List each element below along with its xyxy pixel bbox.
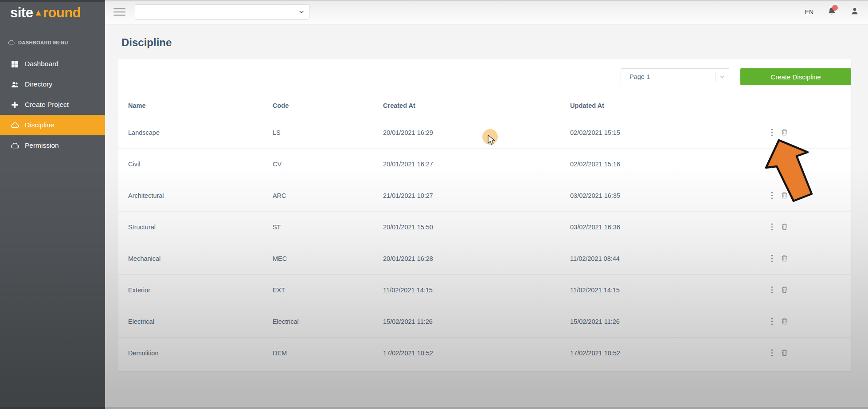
cell-actions: [761, 337, 851, 369]
column-header-code: Code: [273, 94, 383, 117]
cell-created-at: 20/01/2021 16:27: [383, 148, 570, 180]
sidebar-item-create-project[interactable]: Create Project: [0, 94, 105, 115]
cell-code: ST: [273, 211, 383, 243]
cell-name: Electrical: [118, 306, 273, 337]
table-header: Name Code Created At Updated At: [118, 94, 851, 117]
app-window: site▲round DASHBOARD MENU Dashboard Dire…: [0, 0, 868, 409]
table-row-mechanical: Mechanical MEC 20/01/2021 16:28 11/02/20…: [118, 243, 851, 274]
cell-actions: [761, 148, 851, 180]
cell-created-at: 15/02/2021 11:26: [383, 306, 570, 337]
cell-code: DEM: [273, 337, 383, 369]
cell-name: Mechanical: [118, 243, 273, 274]
row-delete-trash-icon[interactable]: [780, 191, 789, 200]
sidebar-item-icon: [11, 142, 19, 150]
sidebar-item-label: Permission: [25, 142, 59, 149]
content-area: Discipline: [105, 24, 868, 49]
cell-updated-at: 11/02/2021 14:15: [570, 274, 761, 306]
cell-updated-at: 03/02/2021 16:36: [570, 211, 761, 243]
cell-code: MEC: [273, 243, 383, 274]
cell-actions: [761, 180, 851, 211]
row-options-kebab-icon[interactable]: [771, 317, 773, 326]
table-toolbar: Page 1 Create Discipline: [118, 59, 851, 94]
cell-created-at: 11/02/2021 14:15: [383, 274, 570, 306]
user-icon: [850, 7, 859, 16]
cell-name: Structural: [118, 211, 273, 243]
project-select[interactable]: [135, 4, 309, 20]
row-delete-trash-icon[interactable]: [780, 160, 789, 168]
cell-updated-at: 02/02/2021 15:16: [570, 148, 761, 180]
row-delete-trash-icon[interactable]: [780, 286, 789, 294]
create-discipline-button[interactable]: Create Discipline: [740, 68, 851, 85]
row-options-kebab-icon[interactable]: [771, 223, 773, 231]
user-profile-button[interactable]: [850, 7, 859, 17]
sidebar-nav: Dashboard Directory Create Project Disci…: [0, 54, 105, 156]
sidebar-item-label: Create Project: [25, 101, 69, 109]
chevron-down-icon: [298, 9, 305, 15]
notifications-button[interactable]: [827, 7, 837, 18]
row-options-kebab-icon[interactable]: [771, 254, 773, 263]
discipline-table: Name Code Created At Updated At Landscap…: [118, 94, 851, 369]
cell-name: Architectural: [118, 180, 273, 211]
discipline-table-card: Page 1 Create Discipline Name Code Creat…: [118, 59, 851, 371]
row-options-kebab-icon[interactable]: [771, 191, 773, 200]
logo-arrow-icon: ▲: [34, 8, 42, 18]
sidebar-item-icon: [11, 60, 19, 68]
sidebar-item-icon: [11, 101, 19, 109]
sidebar-item-label: Discipline: [25, 121, 54, 129]
sidebar-item-permission[interactable]: Permission: [0, 135, 105, 156]
language-selector[interactable]: EN: [805, 8, 813, 16]
sidebar-item-label: Dashboard: [25, 60, 59, 68]
row-delete-trash-icon[interactable]: [780, 349, 789, 357]
table-row-demolition: Demolition DEM 17/02/2021 10:52 17/02/20…: [118, 337, 851, 369]
column-header-actions: [761, 94, 851, 117]
cell-updated-at: 11/02/2021 08:44: [570, 243, 761, 274]
row-options-kebab-icon[interactable]: [771, 128, 773, 137]
hamburger-menu-icon[interactable]: [113, 8, 125, 16]
row-delete-trash-icon[interactable]: [780, 128, 789, 137]
cell-actions: [761, 117, 851, 148]
cell-created-at: 17/02/2021 10:52: [383, 337, 570, 369]
cell-updated-at: 17/02/2021 10:52: [570, 337, 761, 369]
row-delete-trash-icon[interactable]: [780, 223, 789, 231]
dashboard-menu-section-label: DASHBOARD MENU: [0, 26, 105, 47]
cell-actions: [761, 243, 851, 274]
cell-updated-at: 03/02/2021 16:35: [570, 180, 761, 211]
row-options-kebab-icon[interactable]: [771, 349, 773, 357]
cell-code: Electrical: [273, 306, 383, 337]
column-header-name: Name: [118, 94, 273, 117]
cell-actions: [761, 306, 851, 337]
cell-updated-at: 02/02/2021 15:15: [570, 117, 761, 148]
sidebar-item-icon: [11, 80, 19, 89]
cell-created-at: 20/01/2021 15:50: [383, 211, 570, 243]
logo-text-round: round: [43, 5, 81, 21]
page-selector-dropdown[interactable]: Page 1: [621, 68, 729, 85]
table-row-landscape: Landscape LS 20/01/2021 16:29 02/02/2021…: [118, 117, 851, 148]
row-options-kebab-icon[interactable]: [771, 160, 773, 168]
table-row-architectural: Architectural ARC 21/01/2021 10:27 03/02…: [118, 180, 851, 211]
table-row-electrical: Electrical Electrical 15/02/2021 11:26 1…: [118, 306, 851, 337]
sidebar-item-dashboard[interactable]: Dashboard: [0, 54, 105, 74]
page-selector-value: Page 1: [629, 73, 650, 80]
row-options-kebab-icon[interactable]: [771, 286, 773, 294]
sidebar-item-discipline[interactable]: Discipline: [0, 115, 105, 135]
row-delete-trash-icon[interactable]: [780, 317, 789, 326]
cell-actions: [761, 274, 851, 306]
cell-code: ARC: [273, 180, 383, 211]
cloud-icon: [8, 39, 15, 46]
cell-code: LS: [273, 117, 383, 148]
sidebar: site▲round DASHBOARD MENU Dashboard Dire…: [0, 0, 105, 409]
cell-updated-at: 15/02/2021 11:26: [570, 306, 761, 337]
chevron-down-icon: [716, 74, 729, 80]
siteround-logo[interactable]: site▲round: [0, 0, 105, 26]
notification-badge: [832, 5, 838, 11]
main-area: EN Discipline Page 1 Create Dis: [105, 0, 868, 409]
table-row-structural: Structural ST 20/01/2021 15:50 03/02/202…: [118, 211, 851, 243]
sidebar-item-icon: [11, 121, 19, 130]
cell-code: EXT: [273, 274, 383, 306]
sidebar-item-directory[interactable]: Directory: [0, 74, 105, 94]
row-delete-trash-icon[interactable]: [780, 254, 789, 263]
cell-name: Exterior: [118, 274, 273, 306]
cell-created-at: 20/01/2021 16:28: [383, 243, 570, 274]
logo-text-site: site: [10, 5, 33, 21]
column-header-created-at: Created At: [383, 94, 570, 117]
